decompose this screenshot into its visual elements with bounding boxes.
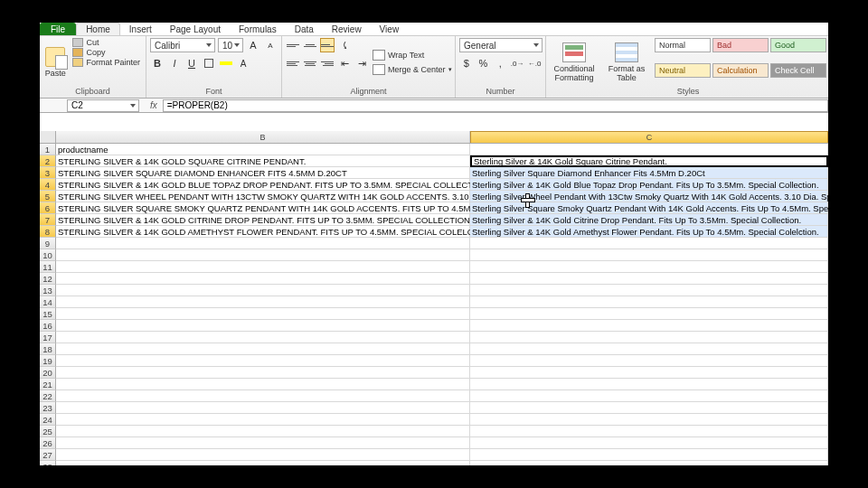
style-normal[interactable]: Normal [655, 38, 711, 52]
inc-decimal-button[interactable]: .0→ [510, 56, 524, 70]
cell[interactable] [56, 320, 470, 332]
cell[interactable]: Sterling Silver & 14K Gold Citrine Drop … [470, 214, 828, 226]
cell[interactable] [56, 379, 470, 390]
cell[interactable] [470, 238, 828, 249]
indent-dec-button[interactable]: ⇤ [337, 56, 352, 70]
tab-view[interactable]: View [371, 23, 409, 35]
cell[interactable] [56, 390, 470, 402]
cell[interactable] [56, 285, 470, 296]
cell[interactable] [56, 437, 470, 449]
tab-page-layout[interactable]: Page Layout [161, 23, 230, 35]
grid-row[interactable]: 12 [40, 273, 828, 285]
cell[interactable] [470, 296, 828, 308]
name-box[interactable]: C2 [67, 99, 139, 112]
shrink-font-button[interactable]: A [263, 38, 278, 52]
grid-row[interactable]: 19 [40, 355, 828, 367]
cell[interactable] [56, 367, 470, 379]
row-header[interactable]: 23 [40, 402, 56, 414]
cell[interactable] [470, 355, 828, 367]
row-header[interactable]: 24 [40, 414, 56, 426]
number-format-combo[interactable]: General [459, 38, 542, 52]
row-header[interactable]: 7 [40, 214, 56, 226]
cell-styles-gallery[interactable]: Normal Bad Good Neutral Calculation Chec… [655, 38, 826, 86]
row-header[interactable]: 14 [40, 296, 56, 308]
row-header[interactable]: 28 [40, 461, 56, 465]
row-header[interactable]: 27 [40, 449, 56, 461]
tab-insert[interactable]: Insert [120, 23, 161, 35]
row-header[interactable]: 6 [40, 202, 56, 214]
row-header[interactable]: 12 [40, 273, 56, 285]
grid-row[interactable]: 2STERLING SILVER & 14K GOLD SQUARE CITRI… [40, 155, 828, 167]
row-header[interactable]: 3 [40, 167, 56, 179]
grid-row[interactable]: 18 [40, 343, 828, 355]
cell[interactable]: STERLING SILVER SQUARE SMOKY QUARTZ PEND… [56, 202, 470, 214]
cell[interactable]: productname [56, 144, 470, 155]
row-header[interactable]: 2 [40, 155, 56, 167]
grid-row[interactable]: 25 [40, 426, 828, 437]
cell[interactable] [56, 461, 470, 465]
style-good[interactable]: Good [770, 38, 826, 52]
cell[interactable] [470, 285, 828, 296]
merge-center-button[interactable]: Merge & Center ▾ [373, 64, 452, 75]
grid-row[interactable]: 3STERLING SILVER SQUARE DIAMOND ENHANCER… [40, 167, 828, 179]
cell[interactable] [56, 261, 470, 273]
currency-button[interactable]: $ [459, 56, 474, 70]
grid-row[interactable]: 11 [40, 261, 828, 273]
align-left-button[interactable] [286, 56, 300, 70]
worksheet-grid[interactable]: B C 1productname2STERLING SILVER & 14K G… [40, 113, 828, 465]
grid-row[interactable]: 27 [40, 449, 828, 461]
grid-row[interactable]: 22 [40, 390, 828, 402]
cell[interactable]: STERLING SILVER & 14K GOLD CITRINE DROP … [56, 214, 470, 226]
cell[interactable] [56, 426, 470, 437]
grid-row[interactable]: 9 [40, 238, 828, 249]
grid-body[interactable]: 1productname2STERLING SILVER & 14K GOLD … [40, 144, 828, 465]
grid-row[interactable]: 13 [40, 285, 828, 296]
cell[interactable]: STERLING SILVER & 14K GOLD SQUARE CITRIN… [56, 155, 470, 167]
cell[interactable] [56, 449, 470, 461]
style-check-cell[interactable]: Check Cell [770, 63, 826, 78]
cell[interactable] [56, 273, 470, 285]
row-header[interactable]: 5 [40, 191, 56, 202]
cell[interactable] [470, 332, 828, 343]
dec-decimal-button[interactable]: ←.0 [527, 56, 542, 70]
tab-file[interactable]: File [40, 23, 76, 35]
underline-button[interactable]: U [184, 56, 199, 70]
italic-button[interactable]: I [167, 56, 182, 70]
cell[interactable] [470, 320, 828, 332]
style-calculation[interactable]: Calculation [712, 63, 769, 78]
row-header[interactable]: 19 [40, 355, 56, 367]
cell[interactable] [56, 332, 470, 343]
tab-home[interactable]: Home [76, 23, 120, 35]
cell[interactable] [470, 367, 828, 379]
cell[interactable] [470, 308, 828, 320]
cell[interactable] [470, 273, 828, 285]
cell[interactable]: Sterling Silver & 14K Gold Blue Topaz Dr… [470, 179, 828, 191]
cell[interactable] [56, 296, 470, 308]
row-header[interactable]: 8 [40, 226, 56, 238]
paste-button[interactable]: Paste [43, 38, 67, 86]
percent-button[interactable]: % [476, 56, 491, 70]
cell[interactable] [470, 461, 828, 465]
cell[interactable] [56, 308, 470, 320]
fill-color-button[interactable] [219, 56, 233, 70]
format-painter-button[interactable]: Format Painter [71, 58, 142, 67]
font-name-combo[interactable]: Calibri [150, 38, 215, 52]
cell[interactable] [470, 261, 828, 273]
cut-button[interactable]: Cut [71, 38, 142, 47]
row-header[interactable]: 21 [40, 379, 56, 390]
grid-row[interactable]: 6STERLING SILVER SQUARE SMOKY QUARTZ PEN… [40, 202, 828, 214]
align-top-button[interactable] [286, 38, 300, 52]
format-as-table-button[interactable]: Format as Table [602, 38, 651, 86]
grid-row[interactable]: 23 [40, 402, 828, 414]
tab-data[interactable]: Data [286, 23, 323, 35]
font-size-combo[interactable]: 10 [218, 38, 243, 52]
cell[interactable] [470, 437, 828, 449]
col-header-B[interactable]: B [56, 131, 470, 143]
row-header[interactable]: 16 [40, 320, 56, 332]
cell[interactable]: STERLING SILVER WHEEL PENDANT WITH 13CTW… [56, 191, 470, 202]
grid-row[interactable]: 10 [40, 249, 828, 261]
comma-button[interactable]: , [493, 56, 507, 70]
cell[interactable] [470, 449, 828, 461]
tab-review[interactable]: Review [323, 23, 371, 35]
cell[interactable] [470, 414, 828, 426]
